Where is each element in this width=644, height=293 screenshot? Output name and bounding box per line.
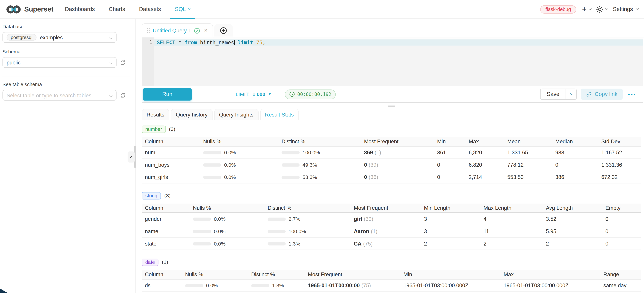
most-frequent-cell: Aaron(1): [350, 225, 421, 238]
chevron-down-icon: [636, 7, 639, 10]
table-select-placeholder: Select table or type to search tables: [6, 92, 92, 98]
column-header: Min: [434, 137, 466, 146]
column-name-cell: num: [142, 146, 200, 159]
sql-editor[interactable]: 1 SELECT * from birth_names limit 75;: [142, 37, 643, 86]
chevron-down-icon: [109, 36, 112, 40]
close-tab-icon[interactable]: ✕: [204, 28, 208, 33]
refresh-tables-icon[interactable]: [120, 92, 126, 98]
add-query-tab-button[interactable]: [214, 24, 233, 36]
tab-result-stats[interactable]: Result Stats: [260, 109, 298, 120]
column-header: Median: [552, 137, 598, 146]
stats-section-number: number(3)ColumnNulls %Distinct %Most Fre…: [142, 126, 644, 184]
superset-logo[interactable]: Superset: [6, 5, 54, 14]
stat-value-cell: 0: [434, 159, 466, 171]
sql-token: [175, 39, 178, 46]
pane-gap: [142, 102, 644, 109]
run-query-button[interactable]: Run: [143, 88, 192, 100]
progress-bar: [282, 151, 300, 154]
section-badge-row: date(1): [142, 258, 644, 266]
most-frequent-cell: girl(39): [350, 213, 421, 225]
section-badge-row: number(3): [142, 126, 644, 133]
plus-icon: +: [582, 5, 587, 13]
percent-value: 0.0%: [214, 241, 226, 246]
percent-value: 0.0%: [214, 228, 226, 234]
query-tab[interactable]: Untitled Query 1 ✕: [142, 24, 213, 37]
copy-link-button[interactable]: Copy link: [581, 89, 623, 100]
stat-value-cell: 1965-01-01T03:00:00.000Z: [400, 280, 500, 292]
percent-cell: 0.0%: [182, 280, 248, 292]
theme-toggle-button[interactable]: [596, 6, 607, 12]
stat-value-cell: same day: [600, 280, 641, 292]
sql-token: from: [185, 39, 197, 46]
most-frequent-cell: 369(1): [361, 146, 434, 159]
nav-item-charts[interactable]: Charts: [109, 0, 125, 19]
sqllab-main: Untitled Query 1 ✕ 1 SELECT * f: [136, 19, 644, 293]
tab-query-history[interactable]: Query history: [171, 109, 212, 120]
stats-section-string: string(3)ColumnNulls %Distinct %Most Fre…: [142, 192, 644, 250]
most-frequent-value: 0: [364, 174, 367, 180]
line-number: 1: [142, 39, 152, 46]
query-timer: 00:00:00.192: [285, 89, 336, 99]
collapse-sidebar-button[interactable]: <: [128, 152, 135, 162]
stat-value-cell: 3.52: [542, 213, 602, 225]
type-badge-string: string: [142, 192, 161, 200]
sidebar-divider: [2, 76, 130, 76]
table-select[interactable]: Select table or type to search tables: [2, 90, 117, 100]
most-frequent-value: girl: [354, 216, 362, 222]
most-frequent-value: 369: [364, 150, 373, 156]
limit-dropdown[interactable]: LIMIT:1 000 ▼: [236, 92, 271, 97]
nav-right: flask-debug + Settings: [540, 5, 638, 13]
percent-cell: 53.3%: [278, 171, 361, 184]
nav-item-dashboards[interactable]: Dashboards: [65, 0, 95, 19]
stat-value-cell: 6,820: [466, 159, 504, 171]
pane-resize-handle[interactable]: [388, 104, 395, 108]
database-select[interactable]: postgresql examples: [2, 32, 117, 43]
refresh-schemas-icon[interactable]: [120, 59, 126, 66]
progress-bar: [203, 151, 221, 154]
percent-cell: 0.0%: [190, 225, 264, 238]
stat-value-cell: 1965-01-01T03:00:00.000Z: [500, 280, 600, 292]
percent-cell: 2.7%: [264, 213, 350, 225]
column-header: Column: [142, 137, 200, 146]
percent-cell: 0.0%: [190, 238, 264, 250]
stat-value-cell: 1,331.36: [598, 159, 641, 171]
new-item-button[interactable]: +: [582, 5, 591, 13]
percent-cell: 100.0%: [278, 146, 361, 159]
superset-sql-lab: Superset Dashboards Charts Datasets SQL …: [0, 0, 644, 293]
stat-value-cell: 0: [602, 213, 641, 225]
column-count: (1): [162, 260, 168, 265]
column-header: Max: [466, 137, 504, 146]
percent-cell: 0.0%: [190, 213, 264, 225]
sql-token: limit: [238, 39, 253, 46]
editor-top-padding: [142, 37, 643, 39]
more-actions-button[interactable]: •••: [628, 92, 637, 97]
settings-menu[interactable]: Settings: [613, 6, 638, 12]
percent-value: 1.3%: [288, 241, 300, 246]
most-frequent-count: (36): [369, 174, 378, 180]
tab-results[interactable]: Results: [142, 109, 169, 120]
type-badge-number: number: [142, 126, 166, 133]
column-header: Most Frequent: [361, 137, 434, 146]
stat-value-cell: 933: [552, 146, 598, 159]
stats-table-date: ColumnNulls %Distinct %Most FrequentMinM…: [142, 270, 641, 292]
nav-item-sql[interactable]: SQL: [175, 0, 190, 19]
nav-item-datasets[interactable]: Datasets: [139, 0, 161, 19]
stat-value-cell: 0: [602, 238, 641, 250]
column-name-cell: gender: [142, 213, 190, 225]
stat-value-cell: 11: [480, 225, 542, 238]
tab-query-insights[interactable]: Query Insights: [214, 109, 258, 120]
column-name-cell: num_girls: [142, 171, 200, 184]
column-count: (3): [169, 126, 175, 132]
save-options-button[interactable]: [566, 89, 576, 99]
sql-token: [182, 39, 184, 46]
percent-cell: 0.0%: [200, 146, 278, 159]
column-header: Distinct %: [248, 270, 304, 280]
column-header: Column: [142, 204, 190, 213]
query-tabs-bar: Untitled Query 1 ✕: [142, 19, 644, 37]
percent-cell: 49.3%: [278, 159, 361, 171]
save-button[interactable]: Save: [540, 89, 566, 99]
column-header: Nulls %: [190, 204, 264, 213]
query-success-check-icon: [194, 28, 200, 34]
schema-select[interactable]: public: [2, 57, 117, 68]
stat-value-cell: 4: [480, 213, 542, 225]
